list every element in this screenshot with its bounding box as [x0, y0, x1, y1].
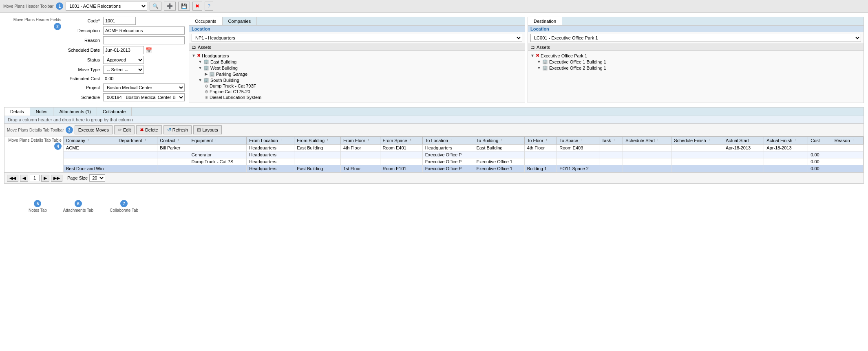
help-button[interactable]: ? [205, 2, 213, 11]
table-row[interactable]: Best Door and Win Headquarters East Buil… [64, 165, 864, 172]
page-size-select[interactable]: 20 [89, 174, 105, 182]
expand-icon[interactable]: ▼ [198, 66, 202, 70]
table-row[interactable]: Dump Truck - Cat 7S Headquarters Executi… [64, 158, 864, 165]
data-table: Company ⋮ Department ⋮ Contact ⋮ Equipme… [63, 136, 864, 172]
tree-item: ▼ 🏢 West Building [192, 65, 522, 71]
expand-icon[interactable]: ▼ [198, 78, 202, 82]
occupants-location-select[interactable]: NP1 - Headquarters [192, 34, 522, 42]
schedule-select[interactable]: 000194 - Boston Medical Center-Boston Me… [103, 93, 185, 101]
calendar-icon[interactable]: 📅 [146, 47, 152, 53]
col-to-space[interactable]: To Space ⋮ [557, 137, 599, 145]
tab-attachments[interactable]: Attachments (1) [53, 107, 97, 116]
attachments-tab-badge: 6 [75, 200, 82, 207]
tree-item: ▼ 🏢 East Building [192, 59, 522, 65]
col-cost[interactable]: Cost ⋮ [808, 137, 832, 145]
col-equipment[interactable]: Equipment ⋮ [189, 137, 247, 145]
col-menu-icon: ⋮ [144, 139, 147, 143]
save-button[interactable]: 💾 [178, 2, 190, 11]
col-actual-finish[interactable]: Actual Finish ⋮ [764, 137, 808, 145]
occupants-tree: ▼ ✖ Headquarters ▼ 🏢 East Building ▼ [189, 51, 525, 102]
tab-occupants[interactable]: Occupants [189, 17, 223, 25]
project-select[interactable]: Boston Medical Center [103, 83, 185, 92]
tab-collaborate[interactable]: Collaborate [97, 107, 132, 116]
col-actual-start[interactable]: Actual Start ⋮ [723, 137, 764, 145]
notes-tab-annotation: Notes Tab [29, 208, 47, 213]
record-select[interactable]: 1001 - ACME Relocations [66, 2, 147, 11]
page-number-input[interactable] [30, 175, 40, 181]
expand-icon[interactable]: ▼ [530, 53, 534, 58]
search-button[interactable]: 🔍 [150, 2, 161, 11]
col-menu-icon: ⋮ [86, 139, 90, 143]
building-icon: 🏢 [542, 59, 548, 64]
tree-item: ▼ ✖ Headquarters [192, 53, 522, 59]
col-schedule-start[interactable]: Schedule Start ⋮ [623, 137, 671, 145]
expand-icon[interactable]: ▼ [198, 59, 202, 64]
gear-icon: ⚙ [205, 95, 208, 100]
expand-icon[interactable]: ▼ [192, 53, 196, 58]
header-form: Code* Description Reason S [63, 17, 185, 103]
tree-item-label: Parking Garage [216, 72, 247, 77]
tree-item-label: Headquarters [202, 53, 229, 58]
move-type-select[interactable]: -- Select -- [103, 66, 144, 74]
refresh-icon: ↺ [167, 127, 171, 133]
expand-icon[interactable]: ▼ [537, 66, 541, 70]
col-menu-icon: ⋮ [367, 139, 370, 143]
execute-moves-button[interactable]: Execute Moves [75, 125, 113, 134]
assets-icon: 🗂 [192, 45, 196, 50]
table-badge: 4 [54, 143, 62, 150]
expand-icon[interactable]: ▶ [205, 72, 208, 76]
tree-item-label: East Building [210, 59, 236, 64]
page-last-button[interactable]: ▶▶ [51, 175, 62, 182]
reason-input[interactable] [103, 36, 185, 44]
table-row[interactable]: ACME Bill Parker Headquarters East Build… [64, 145, 864, 151]
col-to-building[interactable]: To Building ⋮ [474, 137, 524, 145]
project-label: Project [63, 85, 102, 90]
refresh-button[interactable]: ↺ Refresh [163, 125, 192, 134]
reason-label: Reason [63, 38, 102, 43]
col-from-location[interactable]: From Location ⋮ [247, 137, 294, 145]
tree-item: ⚙ Diesel Lubrication System [192, 94, 522, 100]
description-input[interactable] [103, 26, 185, 35]
layouts-button[interactable]: ⊞ Layouts [193, 125, 222, 134]
col-from-building[interactable]: From Building ⋮ [294, 137, 341, 145]
table-annotation-label: Move Plans Details Tab Table [8, 138, 62, 143]
tab-notes[interactable]: Notes [30, 107, 54, 116]
col-task[interactable]: Task ⋮ [599, 137, 623, 145]
delete-button[interactable]: ✖ [192, 2, 202, 11]
page-first-button[interactable]: ◀◀ [7, 175, 18, 182]
col-from-floor[interactable]: From Floor ⋮ [341, 137, 380, 145]
expand-icon[interactable]: ▼ [537, 59, 541, 64]
col-department[interactable]: Department ⋮ [116, 137, 157, 145]
col-to-location[interactable]: To Location ⋮ [422, 137, 474, 145]
delete-button[interactable]: ✖ Delete [136, 125, 162, 134]
tree-item-label: Executive Office 2 Building 1 [549, 66, 606, 70]
header-toolbar-annotation-label: Move Plans Header Toolbar [3, 4, 53, 9]
col-menu-icon: ⋮ [279, 139, 283, 143]
scheduled-date-input[interactable] [103, 46, 144, 54]
tab-companies[interactable]: Companies [223, 17, 257, 25]
page-prev-button[interactable]: ◀ [20, 175, 28, 182]
tree-item-label: West Building [210, 66, 238, 70]
col-from-space[interactable]: From Space ⋮ [380, 137, 422, 145]
tab-destination[interactable]: Destination [528, 17, 562, 25]
form-badge: 2 [54, 23, 61, 30]
code-input[interactable] [103, 17, 136, 25]
destination-location-select[interactable]: LC001 - Executive Office Park 1 [530, 34, 861, 42]
assets-label: Assets [198, 45, 211, 50]
delete-icon: ✖ [140, 127, 144, 133]
col-menu-icon: ⋮ [214, 139, 218, 143]
col-menu-icon: ⋮ [750, 139, 754, 143]
layouts-label: Layouts [202, 127, 218, 132]
refresh-label: Refresh [172, 127, 188, 132]
status-select[interactable]: Approved [103, 56, 144, 64]
table-row[interactable]: Generator Headquarters Executive Office … [64, 151, 864, 158]
page-next-button[interactable]: ▶ [41, 175, 49, 182]
col-to-floor[interactable]: To Floor ⋮ [524, 137, 557, 145]
tab-details[interactable]: Details [4, 107, 30, 116]
edit-button[interactable]: ✏ Edit [114, 125, 135, 134]
col-reason[interactable]: Reason ⋮ [832, 137, 863, 145]
col-schedule-finish[interactable]: Schedule Finish ⋮ [671, 137, 723, 145]
add-button[interactable]: ➕ [164, 2, 176, 11]
col-company[interactable]: Company ⋮ [64, 137, 116, 145]
col-contact[interactable]: Contact ⋮ [157, 137, 189, 145]
